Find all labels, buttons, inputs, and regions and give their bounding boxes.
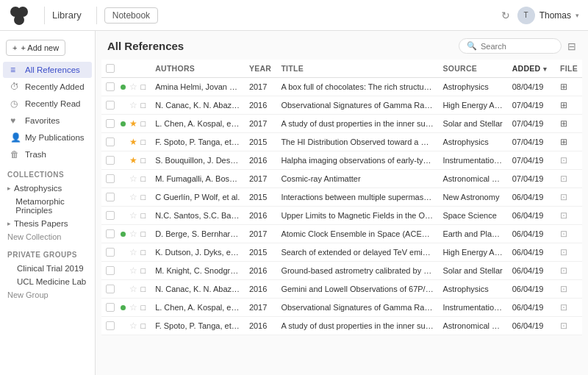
row-title[interactable]: Gemini and Lowell Observations of 67P/Ch…	[276, 280, 438, 299]
file-icon[interactable]: ⊡	[560, 321, 567, 331]
sidebar-item-recently-added[interactable]: ⏱ Recently Added	[3, 79, 92, 95]
row-title[interactable]: Ground-based astrometry calibrated by Ga…	[276, 262, 438, 280]
file-icon[interactable]: ⊡	[560, 155, 567, 165]
star-icon[interactable]: ★	[129, 118, 137, 129]
row-title[interactable]: Interactions between multiple supermassi…	[276, 188, 438, 207]
sidebar-item-favorites[interactable]: ♥ Favorites	[3, 113, 92, 129]
row-checkbox[interactable]	[106, 211, 115, 220]
star-icon[interactable]: ☆	[129, 265, 137, 276]
pdf-icon[interactable]: □	[140, 156, 146, 165]
file-icon[interactable]: ⊡	[560, 247, 567, 257]
row-checkbox-cell	[101, 170, 119, 188]
filter-icon[interactable]: ⊟	[567, 40, 576, 52]
pdf-icon[interactable]: □	[140, 303, 146, 312]
star-icon[interactable]: ☆	[129, 100, 137, 110]
private-groups-section-title: PRIVATE GROUPS	[0, 243, 95, 262]
row-title[interactable]: Atomic Clock Ensemble in Space (ACES) da…	[276, 225, 438, 243]
row-title[interactable]: Search of extended or delayed TeV emissi…	[276, 243, 438, 262]
row-title[interactable]: Upper Limits to Magnetic Fields in the O…	[276, 207, 438, 225]
star-icon[interactable]: ☆	[129, 82, 137, 92]
notebook-button[interactable]: Notebook	[104, 7, 158, 24]
row-checkbox[interactable]	[106, 321, 115, 330]
file-icon[interactable]: ⊞	[560, 100, 567, 110]
pdf-icon[interactable]: □	[140, 138, 146, 146]
sidebar-collection-thesis[interactable]: ▸ Thesis Papers	[0, 217, 95, 230]
row-title[interactable]: Observational Signatures of Gamma Rays f…	[276, 96, 438, 115]
pdf-icon[interactable]: □	[140, 101, 146, 110]
row-title[interactable]: A study of dust properties in the inner …	[276, 317, 438, 335]
new-collection-button[interactable]: New Collection	[0, 230, 95, 243]
pdf-icon[interactable]: □	[140, 82, 146, 91]
row-checkbox[interactable]	[106, 248, 115, 257]
row-checkbox[interactable]	[106, 82, 115, 91]
pdf-icon[interactable]: □	[140, 285, 146, 293]
file-icon[interactable]: ⊡	[560, 210, 567, 221]
file-icon[interactable]: ⊡	[560, 302, 567, 312]
star-icon[interactable]: ☆	[129, 321, 137, 331]
add-new-button[interactable]: + + Add new	[6, 40, 65, 56]
star-icon[interactable]: ☆	[129, 229, 137, 239]
search-box[interactable]: 🔍	[459, 38, 562, 54]
row-title[interactable]: The HI Distribution Observed toward a Ha…	[276, 133, 438, 151]
star-icon[interactable]: ☆	[129, 174, 137, 184]
file-icon[interactable]: ⊡	[560, 174, 567, 184]
col-header-added[interactable]: ADDED ▾	[508, 60, 556, 78]
file-icon[interactable]: ⊞	[560, 118, 567, 129]
star-icon[interactable]: ★	[129, 137, 137, 147]
star-icon[interactable]: ☆	[129, 284, 137, 294]
header-checkbox[interactable]	[106, 64, 115, 73]
row-title[interactable]: Halpha imaging observations of early-typ…	[276, 151, 438, 170]
file-icon[interactable]: ⊞	[560, 137, 567, 147]
row-checkbox[interactable]	[106, 119, 115, 128]
star-icon[interactable]: ☆	[129, 302, 137, 312]
row-checkbox[interactable]	[106, 303, 115, 312]
new-group-button[interactable]: New Group	[0, 288, 95, 301]
row-source: Space Science	[438, 207, 507, 225]
sync-icon[interactable]: ↻	[501, 10, 510, 21]
sidebar-collection-astrophysics[interactable]: ▸ Astrophysics	[0, 182, 95, 195]
row-checkbox[interactable]	[106, 229, 115, 238]
row-title[interactable]: Cosmic-ray Antimatter	[276, 170, 438, 188]
row-checkbox[interactable]	[106, 285, 115, 293]
pdf-icon[interactable]: □	[140, 321, 146, 330]
row-checkbox[interactable]	[106, 193, 115, 201]
row-source: Instrumentation an...	[438, 151, 507, 170]
row-title[interactable]: A study of dust properties in the inner …	[276, 115, 438, 133]
row-star-cell: ★	[128, 151, 140, 170]
file-icon[interactable]: ⊡	[560, 192, 567, 202]
row-checkbox[interactable]	[106, 101, 115, 110]
row-added: 06/04/19	[508, 243, 556, 262]
row-checkbox[interactable]	[106, 174, 115, 183]
user-menu[interactable]: T Thomas ▾	[517, 7, 579, 24]
sidebar-item-my-publications[interactable]: 👤 My Publications	[3, 129, 92, 146]
sidebar-item-trash[interactable]: 🗑 Trash	[3, 146, 92, 162]
row-checkbox[interactable]	[106, 138, 115, 146]
row-year: 2015	[245, 133, 277, 151]
sidebar-collection-metamorphic[interactable]: Metamorphic Principles	[0, 195, 95, 217]
row-source: Astrophysics	[438, 78, 507, 96]
row-title[interactable]: A box full of chocolates: The rich struc…	[276, 78, 438, 96]
pdf-icon[interactable]: □	[140, 119, 146, 128]
star-icon[interactable]: ☆	[129, 210, 137, 221]
file-icon[interactable]: ⊞	[560, 82, 567, 92]
sidebar-item-recently-read[interactable]: ◷ Recently Read	[3, 96, 92, 112]
row-title[interactable]: Observational Signatures of Gamma Rays f…	[276, 299, 438, 317]
star-icon[interactable]: ★	[129, 155, 137, 165]
pdf-icon[interactable]: □	[140, 248, 146, 257]
sidebar-group-ucl[interactable]: UCL Medicine Lab	[0, 275, 95, 288]
row-checkbox[interactable]	[106, 156, 115, 165]
sidebar-group-clinical[interactable]: Clinical Trial 2019	[0, 262, 95, 275]
pdf-icon[interactable]: □	[140, 174, 146, 183]
pdf-icon[interactable]: □	[140, 211, 146, 220]
pdf-icon[interactable]: □	[140, 266, 146, 275]
pdf-icon[interactable]: □	[140, 193, 146, 201]
row-checkbox[interactable]	[106, 266, 115, 275]
file-icon[interactable]: ⊡	[560, 265, 567, 276]
file-icon[interactable]: ⊡	[560, 284, 567, 294]
star-icon[interactable]: ☆	[129, 192, 137, 202]
search-input[interactable]	[481, 42, 554, 51]
file-icon[interactable]: ⊡	[560, 229, 567, 239]
pdf-icon[interactable]: □	[140, 229, 146, 238]
sidebar-item-all-references[interactable]: ≡ All References	[3, 62, 92, 78]
star-icon[interactable]: ☆	[129, 247, 137, 257]
